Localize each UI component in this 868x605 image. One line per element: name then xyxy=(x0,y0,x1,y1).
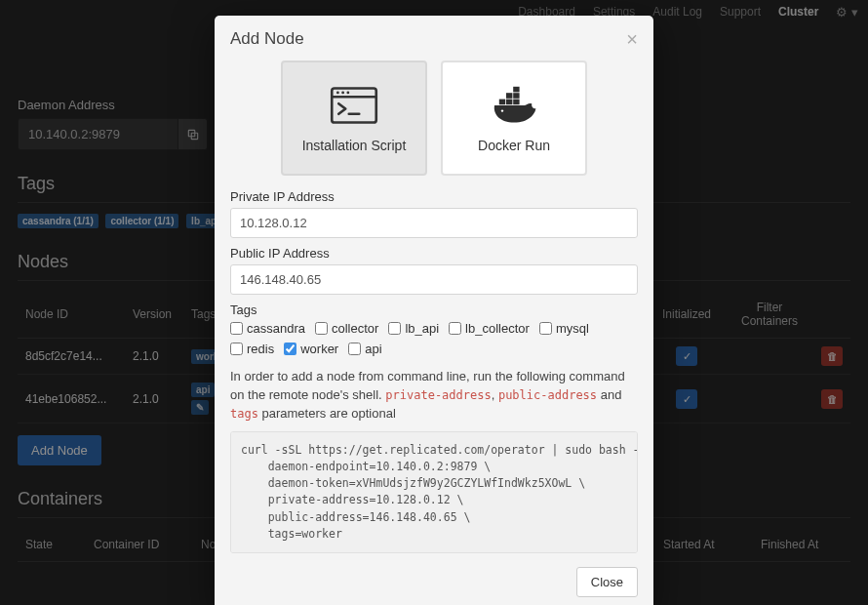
tag-checkbox-lb_api[interactable]: lb_api xyxy=(388,321,439,336)
public-ip-input[interactable] xyxy=(230,264,638,295)
tag-checkbox-lb_collector[interactable]: lb_collector xyxy=(449,321,530,336)
tags-checkbox-group: cassandracollectorlb_apilb_collectormysq… xyxy=(230,321,638,356)
checkbox-label: mysql xyxy=(556,321,589,336)
checkbox-label: cassandra xyxy=(247,321,305,336)
checkbox[interactable] xyxy=(539,322,552,335)
help-text: In order to add a node from command line… xyxy=(230,368,638,424)
checkbox[interactable] xyxy=(449,322,461,335)
terminal-icon xyxy=(327,83,381,128)
svg-rect-9 xyxy=(506,100,512,105)
tag-checkbox-collector[interactable]: collector xyxy=(315,321,378,336)
close-icon[interactable]: × xyxy=(626,29,638,49)
close-button[interactable]: Close xyxy=(576,567,638,597)
command-box[interactable]: curl -sSL https://get.replicated.com/ope… xyxy=(230,431,638,554)
svg-rect-8 xyxy=(499,100,505,105)
tag-checkbox-cassandra[interactable]: cassandra xyxy=(230,321,305,336)
checkbox[interactable] xyxy=(230,322,243,335)
svg-rect-13 xyxy=(513,87,519,93)
private-ip-label: Private IP Address xyxy=(230,189,638,204)
option-label: Docker Run xyxy=(478,138,550,153)
tags-label: Tags xyxy=(230,302,638,317)
svg-rect-11 xyxy=(506,93,512,99)
option-label: Installation Script xyxy=(302,138,407,153)
checkbox-label: api xyxy=(365,342,381,356)
checkbox[interactable] xyxy=(315,322,328,335)
svg-point-6 xyxy=(346,91,349,94)
checkbox[interactable] xyxy=(284,343,296,355)
modal-title: Add Node xyxy=(230,29,304,49)
svg-rect-10 xyxy=(513,100,519,105)
tag-checkbox-mysql[interactable]: mysql xyxy=(539,321,589,336)
public-ip-label: Public IP Address xyxy=(230,246,638,261)
tag-checkbox-api[interactable]: api xyxy=(348,342,381,356)
checkbox-label: lb_api xyxy=(405,321,439,336)
checkbox-label: collector xyxy=(332,321,378,336)
option-installation-script[interactable]: Installation Script xyxy=(281,60,427,176)
svg-rect-12 xyxy=(513,93,519,99)
svg-point-14 xyxy=(501,109,503,111)
checkbox[interactable] xyxy=(230,343,243,355)
tag-checkbox-redis[interactable]: redis xyxy=(230,342,274,356)
checkbox-label: lb_collector xyxy=(465,321,530,336)
svg-point-4 xyxy=(336,91,339,94)
checkbox-label: worker xyxy=(300,342,338,356)
private-ip-input[interactable] xyxy=(230,208,638,238)
add-node-modal: Add Node × Installation Script xyxy=(215,16,653,605)
checkbox[interactable] xyxy=(348,343,361,355)
checkbox[interactable] xyxy=(388,322,401,335)
checkbox-label: redis xyxy=(247,342,274,356)
tag-checkbox-worker[interactable]: worker xyxy=(284,342,338,356)
option-docker-run[interactable]: Docker Run xyxy=(441,60,587,176)
svg-point-5 xyxy=(341,91,344,94)
docker-icon xyxy=(487,83,541,128)
